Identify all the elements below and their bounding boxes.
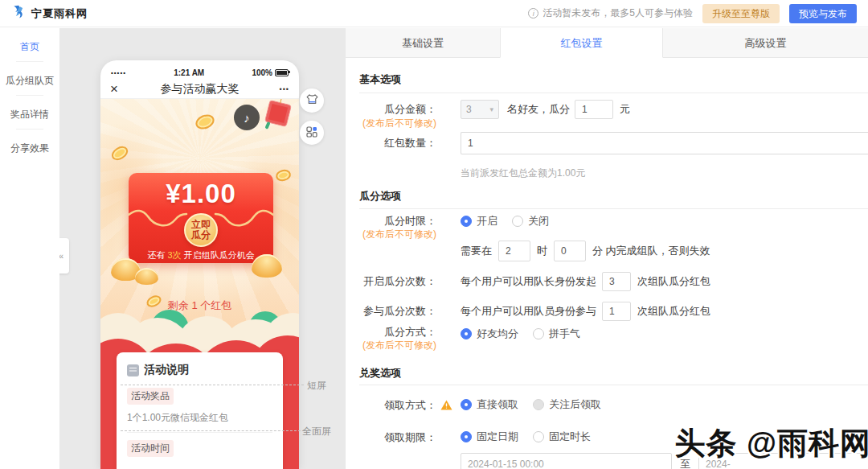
split-mode-row: 瓜分方式： (发布后不可修改) 好友均分 拼手气 [350, 325, 868, 357]
packet-count-label: 红包数量： [350, 132, 436, 154]
time-limit-on-radio[interactable]: 开启 [461, 214, 497, 228]
radio-icon [461, 328, 472, 339]
activity-status-note: i 活动暂未发布，最多5人可参与体验 [528, 6, 693, 20]
join-times-input[interactable] [602, 302, 631, 321]
split-luck-radio[interactable]: 拼手气 [533, 327, 580, 341]
prize-label: 活动奖品 [127, 388, 174, 405]
redpacket-settings-form: 基本选项 瓜分金额： (发布后不可修改) 3 ▾ 名好友，瓜分 元 [346, 58, 868, 469]
sidebar-item-prize-detail[interactable]: 奖品详情 [0, 104, 59, 125]
phone-status-bar: ••••• 1:21 AM 100% [100, 60, 299, 80]
not-editable-note: (发布后不可修改) [350, 116, 436, 130]
start-split-times-label: 开启瓜分次数： [350, 272, 436, 291]
phone-nav-bar: × 参与活动赢大奖 ••• [100, 80, 299, 99]
close-icon[interactable]: × [110, 81, 126, 97]
section-split-options: 瓜分选项 [359, 189, 401, 204]
phone-mockup: ••••• 1:21 AM 100% × 参与活动赢大奖 ••• [100, 60, 299, 469]
activity-description-card: 活动说明 活动奖品 1个1.00元微信现金红包 活动时间 [117, 352, 283, 469]
hours-unit: 时 [537, 244, 547, 258]
music-icon[interactable]: ♪ [234, 105, 260, 130]
split-amount-input[interactable] [575, 100, 613, 119]
signal-dots: ••••• [111, 69, 126, 76]
remaining-chances-text: 还有 3次 开启组队瓜分机会 [129, 249, 273, 261]
activity-title: 参与活动赢大奖 [126, 82, 273, 97]
remaining-packets-text: 剩余 1 个红包 [100, 298, 299, 313]
start-split-times-row: 开启瓜分次数： 每个用户可以用队长身份发起 次组队瓜分红包 [350, 272, 868, 294]
join-times-prefix: 每个用户可以用队员身份参与 [461, 304, 596, 319]
radio-icon [533, 431, 544, 442]
time-limit-row: 瓜分时限： (发布后不可修改) 开启 关闭 需要在 [350, 214, 868, 267]
start-date-input[interactable] [461, 453, 672, 469]
section-divider [359, 385, 868, 385]
components-button[interactable] [300, 121, 324, 145]
radio-icon [533, 399, 544, 410]
battery-percent: 100% [252, 68, 272, 77]
shirt-icon [305, 93, 319, 109]
minutes-input[interactable] [554, 241, 586, 261]
hours-input[interactable] [498, 241, 530, 261]
logo-text: 宁夏雨科网 [31, 6, 88, 21]
fixed-duration-radio[interactable]: 固定时长 [533, 430, 591, 444]
more-icon[interactable]: ••• [273, 85, 289, 93]
radio-icon [461, 399, 472, 410]
full-screen-marker: 全面屏 [302, 425, 331, 438]
start-times-input[interactable] [602, 272, 631, 291]
join-split-times-label: 参与瓜分次数： [350, 302, 436, 321]
receive-mode-label: 领取方式： [350, 396, 436, 415]
top-header: 宁夏雨科网 i 活动暂未发布，最多5人可参与体验 升级至至尊版 预览与发布 [0, 0, 868, 27]
theme-skin-button[interactable] [300, 88, 324, 113]
total-amount-help: 当前派发红包总金额为1.00元 [461, 167, 585, 180]
join-split-times-row: 参与瓜分次数： 每个用户可以用队员身份参与 次组队瓜分红包 [350, 302, 868, 324]
radio-icon [461, 431, 472, 442]
receive-period-label: 领取期限： [350, 428, 436, 447]
logo: 宁夏雨科网 [11, 4, 88, 23]
start-times-suffix: 次组队瓜分红包 [637, 274, 710, 289]
short-screen-marker: 短屏 [307, 379, 326, 393]
split-now-button[interactable]: 立即 瓜分 [184, 213, 218, 247]
clock-time: 1:21 AM [174, 68, 204, 77]
logo-icon [11, 4, 27, 23]
section-redeem-options: 兑奖选项 [359, 366, 401, 381]
grid-icon [305, 125, 318, 141]
upgrade-button[interactable]: 升级至至尊版 [702, 4, 780, 23]
fixed-date-radio[interactable]: 固定日期 [461, 430, 518, 444]
sidebar-divider [16, 129, 43, 130]
radio-icon [461, 216, 472, 227]
radio-icon [512, 216, 523, 227]
friend-count-select[interactable]: 3 ▾ [461, 100, 499, 119]
description-title: 活动说明 [144, 363, 189, 377]
sidebar-divider [16, 61, 43, 62]
join-times-suffix: 次组队瓜分红包 [637, 304, 710, 319]
section-divider [359, 93, 868, 93]
split-equal-radio[interactable]: 好友均分 [461, 327, 518, 341]
preview-publish-button[interactable]: 预览与发布 [789, 4, 857, 23]
gold-ingot-decoration [135, 268, 158, 285]
phone-screen: ♪ ¥1.00 立即 瓜分 还有 3次 开启组队瓜分机会 [100, 99, 299, 469]
packet-count-row: 红包数量： 当前派发红包总金额为1.00元 [350, 132, 868, 180]
time-limit-off-radio[interactable]: 关闭 [512, 214, 549, 228]
packet-amount: ¥1.00 [129, 179, 273, 209]
packet-count-input[interactable] [461, 132, 868, 154]
tab-advanced-settings[interactable]: 高级设置 [663, 28, 868, 58]
page-sidebar: 首页 瓜分组队页 奖品详情 分享效果 [0, 28, 59, 469]
tab-redpacket-settings[interactable]: 红包设置 [500, 28, 663, 58]
settings-tabs: 基础设置 红包设置 高级设置 [346, 28, 868, 58]
battery-icon [275, 69, 289, 76]
radio-icon [533, 328, 544, 339]
chevron-down-icon: ▾ [489, 105, 493, 113]
not-editable-note: (发布后不可修改) [350, 227, 436, 241]
tab-basic-settings[interactable]: 基础设置 [346, 28, 500, 58]
full-screen-line [121, 430, 301, 431]
document-icon [127, 364, 139, 376]
split-amount-between-text: 名好友，瓜分 [507, 102, 570, 117]
phone-preview-area: « ••••• 1:21 AM 100% × 参与活动赢大奖 ••• [59, 28, 346, 469]
start-times-prefix: 每个用户可以用队长身份发起 [461, 274, 596, 289]
sidebar-item-share-effect[interactable]: 分享效果 [0, 138, 59, 158]
sidebar-item-home[interactable]: 首页 [0, 36, 59, 57]
receive-direct-radio[interactable]: 直接领取 [461, 397, 518, 412]
gold-ingot-decoration [252, 254, 282, 278]
sidebar-item-team-page[interactable]: 瓜分组队页 [0, 70, 59, 91]
receive-after-follow-radio[interactable]: 关注后领取 [533, 397, 601, 412]
watermark-text: 头条 @雨科网 [674, 423, 868, 464]
receive-mode-row: 领取方式： 直接领取 关注后领取 [350, 396, 868, 418]
section-divider [359, 208, 868, 209]
